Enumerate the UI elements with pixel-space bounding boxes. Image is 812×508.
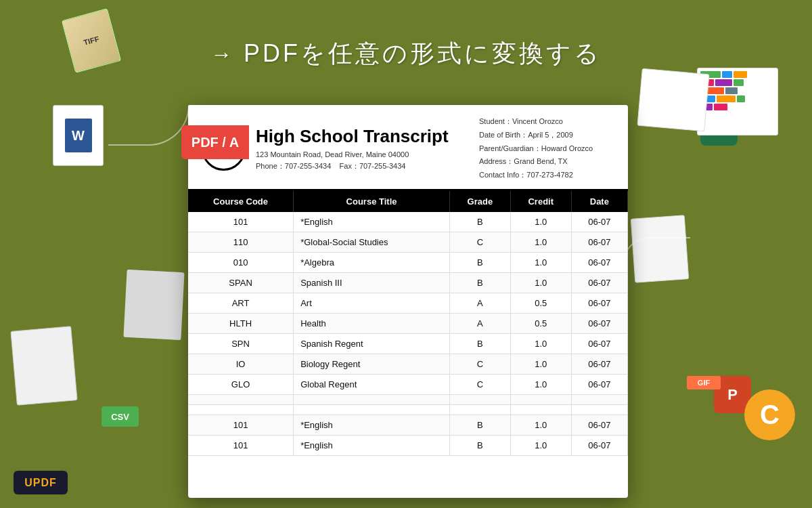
table-row: IO Biology Regent C 1.0 06-07	[188, 354, 628, 374]
cell-credit: 0.5	[510, 293, 571, 313]
cell-date: 06-07	[571, 252, 627, 272]
col-header-credit: Credit	[510, 191, 571, 212]
col-header-title: Course Title	[294, 191, 450, 212]
cell-grade: A	[449, 313, 510, 333]
cell-credit: 1.0	[510, 415, 571, 435]
cell-credit: 1.0	[510, 252, 571, 272]
cell-code: GLO	[188, 374, 294, 394]
page-title: PDFを任意の形式に変換する	[210, 37, 602, 70]
cell-credit: 1.0	[510, 232, 571, 252]
cell-credit: 1.0	[510, 354, 571, 374]
gif-badge: GIF	[687, 376, 721, 389]
updf-logo: UPDF	[14, 471, 68, 494]
cell-credit	[510, 404, 571, 415]
student-info: Student：Vincent Orozco Date of Birth：Apr…	[479, 115, 614, 182]
cell-title: *Algebra	[294, 252, 450, 272]
table-row: 101 *English B 1.0 06-07	[188, 415, 628, 435]
cell-code: 110	[188, 232, 294, 252]
table-row: 101 *English B 1.0 06-07	[188, 212, 628, 232]
cell-grade: C	[449, 354, 510, 374]
cell-title: Biology Regent	[294, 354, 450, 374]
c-badge: C	[744, 389, 795, 440]
cell-credit: 1.0	[510, 212, 571, 232]
cell-code: ART	[188, 293, 294, 313]
document-panel: ★ ★ ★ 📖 High School Transcript 123 Mount…	[188, 105, 628, 498]
cell-title: *English	[294, 435, 450, 455]
school-address: 123 Mountain Road, Dead River, Maine 040…	[256, 150, 469, 158]
curve-arrow-right	[623, 237, 690, 291]
cell-grade: C	[449, 374, 510, 394]
cell-code: 101	[188, 435, 294, 455]
cell-credit	[510, 394, 571, 404]
table-row	[188, 394, 628, 404]
cell-grade: B	[449, 415, 510, 435]
cell-date: 06-07	[571, 272, 627, 293]
cell-grade: B	[449, 435, 510, 455]
cell-date: 06-07	[571, 212, 627, 232]
cell-code: HLTH	[188, 313, 294, 333]
phone-number: Phone：707-255-3434	[256, 162, 331, 170]
cell-code	[188, 404, 294, 415]
table-body: 101 *English B 1.0 06-07 110 *Global-Soc…	[188, 212, 628, 456]
cell-credit: 1.0	[510, 374, 571, 394]
cell-title: *Global-Social Studies	[294, 232, 450, 252]
word-icon: W	[65, 119, 92, 152]
csv-badge: CSV	[102, 406, 139, 427]
table-header: Course Code Course Title Grade Credit Da…	[188, 191, 628, 212]
col-header-grade: Grade	[449, 191, 510, 212]
cell-code: SPAN	[188, 272, 294, 293]
document-header: ★ ★ ★ 📖 High School Transcript 123 Mount…	[188, 105, 628, 191]
cell-title: Spanish III	[294, 272, 450, 293]
cell-code	[188, 394, 294, 404]
col-header-date: Date	[571, 191, 627, 212]
cell-title: Art	[294, 293, 450, 313]
paper-decoration-tr	[637, 68, 709, 131]
cell-date: 06-07	[571, 435, 627, 455]
table-row: SPN Spanish Regent B 1.0 06-07	[188, 333, 628, 354]
table-row	[188, 404, 628, 415]
cell-date: 06-07	[571, 313, 627, 333]
cell-grade: B	[449, 212, 510, 232]
cell-title	[294, 394, 450, 404]
cell-credit: 0.5	[510, 313, 571, 333]
student-guardian: Parent/Guardian：Howard Orozco	[479, 142, 614, 156]
cell-credit: 1.0	[510, 272, 571, 293]
cell-title: *English	[294, 212, 450, 232]
cell-grade	[449, 404, 510, 415]
cell-code: 101	[188, 212, 294, 232]
cell-date: 06-07	[571, 333, 627, 354]
document-title: High School Transcript	[256, 126, 469, 147]
table-row: HLTH Health A 0.5 06-07	[188, 313, 628, 333]
student-name: Student：Vincent Orozco	[479, 115, 614, 129]
cell-grade: C	[449, 232, 510, 252]
word-doc-decoration: W	[53, 105, 104, 166]
cell-date: 06-07	[571, 374, 627, 394]
cell-date: 06-07	[571, 354, 627, 374]
table-row: 110 *Global-Social Studies C 1.0 06-07	[188, 232, 628, 252]
student-dob: Date of Birth：April 5，2009	[479, 129, 614, 142]
cell-credit: 1.0	[510, 435, 571, 455]
cell-title: *English	[294, 415, 450, 435]
fax-number: Fax：707-255-3434	[340, 162, 406, 170]
transcript-table: Course Code Course Title Grade Credit Da…	[188, 191, 628, 456]
cell-grade: B	[449, 272, 510, 293]
cell-date	[571, 394, 627, 404]
student-contact: Contact Info：707-273-4782	[479, 169, 614, 182]
cell-code: 010	[188, 252, 294, 272]
pdf-a-badge: PDF / A	[181, 125, 249, 159]
cell-credit: 1.0	[510, 333, 571, 354]
cell-grade	[449, 394, 510, 404]
cell-grade: B	[449, 252, 510, 272]
cell-date	[571, 404, 627, 415]
student-address: Address：Grand Bend, TX	[479, 155, 614, 169]
cell-date: 06-07	[571, 415, 627, 435]
school-phone-fax: Phone：707-255-3434 Fax：707-255-3434	[256, 161, 469, 171]
cell-date: 06-07	[571, 293, 627, 313]
cell-code: IO	[188, 354, 294, 374]
table-row: 101 *English B 1.0 06-07	[188, 435, 628, 455]
cell-code: SPN	[188, 333, 294, 354]
cell-grade: A	[449, 293, 510, 313]
cell-title	[294, 404, 450, 415]
table-row: GLO Global Regent C 1.0 06-07	[188, 374, 628, 394]
col-header-code: Course Code	[188, 191, 294, 212]
